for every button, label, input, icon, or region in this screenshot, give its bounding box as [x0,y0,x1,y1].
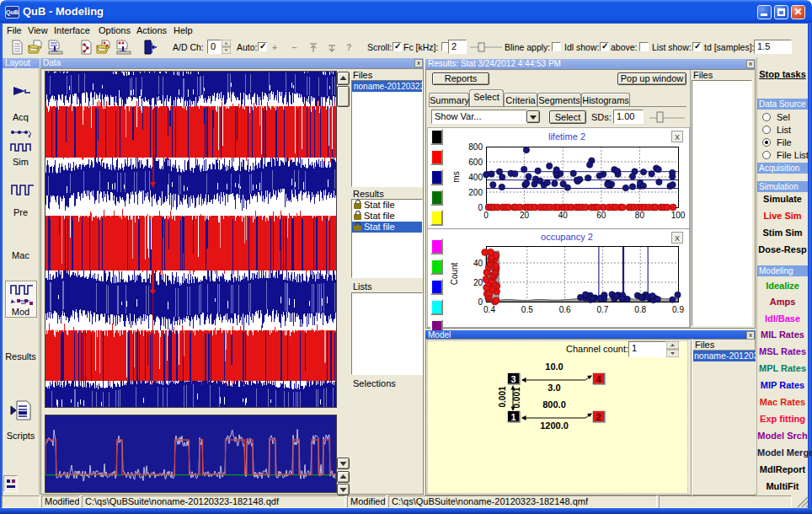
svg-text:ms: ms [451,171,461,182]
svg-text:40: 40 [558,211,569,220]
svg-text:100: 100 [671,211,686,220]
svg-text:60: 60 [596,211,606,220]
svg-text:40: 40 [473,259,483,268]
svg-text:0.001: 0.001 [512,387,521,408]
svg-text:0.8: 0.8 [634,305,646,314]
svg-text:Count: Count [450,262,459,285]
svg-text:3.0: 3.0 [548,383,560,393]
svg-text:20: 20 [520,211,530,220]
svg-text:0.001: 0.001 [498,386,507,407]
svg-text:0: 0 [483,211,489,220]
svg-text:10.0: 10.0 [545,361,563,372]
svg-text:0: 0 [478,203,483,212]
svg-text:lifetime 2: lifetime 2 [548,131,585,142]
svg-text:80: 80 [635,211,645,220]
svg-text:0.6: 0.6 [559,305,571,314]
svg-text:1200.0: 1200.0 [540,420,569,431]
svg-text:800.0: 800.0 [542,399,566,410]
svg-text:200: 200 [468,188,483,197]
svg-text:800: 800 [468,142,483,152]
svg-text:0: 0 [478,297,483,307]
svg-text:X: X [675,234,680,243]
svg-text:occupancy 2: occupancy 2 [541,232,593,242]
svg-text:0.5: 0.5 [521,305,533,314]
svg-text:0.7: 0.7 [596,305,608,314]
svg-text:0.9: 0.9 [672,305,684,314]
svg-text:20: 20 [473,278,483,287]
svg-text:X: X [675,133,680,142]
svg-text:400: 400 [468,173,483,182]
svg-text:0.4: 0.4 [483,305,495,314]
svg-text:600: 600 [468,158,483,167]
